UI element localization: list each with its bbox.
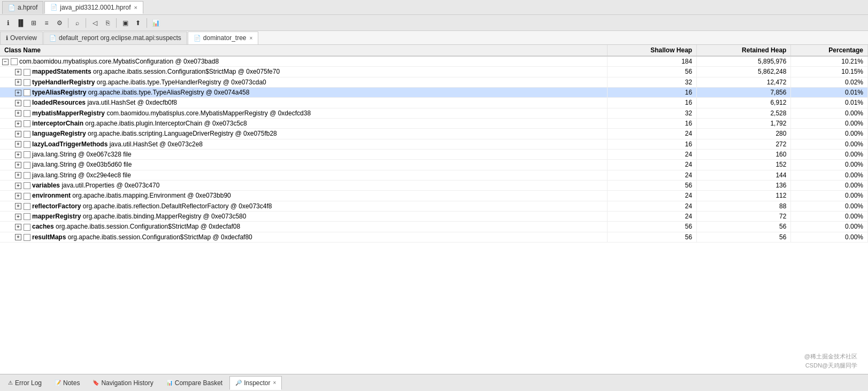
info-toolbar-btn[interactable]: ℹ (2, 17, 14, 29)
table-toolbar-btn[interactable]: ⊞ (28, 17, 40, 29)
watermark-line1: @稀土掘金技术社区 (804, 352, 857, 361)
expand-btn[interactable]: + (15, 79, 21, 85)
expand-btn[interactable]: + (15, 121, 21, 127)
file-icon (24, 79, 30, 86)
shallow-heap-cell: 56 (608, 180, 697, 190)
retained-heap-cell: 112 (697, 191, 791, 201)
class-name-bold: mappedStatements (32, 68, 91, 75)
bottom-tab-navhistory[interactable]: 🔖 Navigation History (87, 376, 159, 390)
copy-toolbar-btn[interactable]: ⎘ (102, 17, 113, 29)
file-tab-bar: 📄 a.hprof 📄 java_pid3312.0001.hprof × (0, 0, 868, 15)
percentage-cell: 0.00% (791, 160, 868, 170)
expand-btn[interactable]: + (15, 90, 21, 96)
class-name-rest: org.apache.ibatis.binding.MapperRegistry… (81, 213, 246, 220)
class-name-rest: java.util.HashSet @ 0xdecfb0f8 (86, 99, 177, 106)
bottom-tab-navhistory-icon: 🔖 (93, 380, 99, 386)
toolbar-sep-1 (68, 18, 68, 28)
shallow-heap-cell: 24 (608, 211, 697, 221)
bottom-tab-bar: ⚠ Error Log 📝 Notes 🔖 Navigation History… (0, 374, 868, 391)
save-toolbar-btn[interactable]: ▣ (119, 17, 131, 29)
expand-btn[interactable]: + (15, 193, 21, 199)
bottom-tab-compare-label: Compare Basket (175, 379, 222, 387)
file-icon (24, 234, 30, 241)
percentage-cell: 0.00% (791, 170, 868, 180)
expand-btn[interactable]: + (15, 162, 21, 168)
class-name-rest: org.apache.ibatis.reflection.DefaultRefl… (81, 202, 272, 210)
shallow-heap-cell: 24 (608, 191, 697, 201)
chart-toolbar-btn[interactable]: 📊 (150, 17, 162, 29)
expand-btn[interactable]: + (15, 234, 21, 240)
view-tab-default-report[interactable]: 📄 default_report org.eclipse.mat.api:sus… (43, 32, 187, 44)
percentage-cell: 0.00% (791, 222, 868, 232)
shallow-heap-cell: 24 (608, 201, 697, 211)
percentage-cell: 0.00% (791, 232, 868, 242)
bottom-tab-compare[interactable]: 📊 Compare Basket (160, 376, 228, 390)
col-header-retained: Retained Heap (697, 45, 791, 56)
view-tab-dominator-label: dominator_tree (203, 34, 247, 42)
table-row: +typeHandlerRegistry org.apache.ibatis.t… (0, 77, 868, 87)
percentage-cell: 0.00% (791, 211, 868, 221)
view-tab-dominator-close[interactable]: × (250, 35, 253, 41)
table-row: −com.baomidou.mybatisplus.core.MybatisCo… (0, 56, 868, 67)
expand-btn[interactable]: + (15, 141, 21, 147)
table-row: +java.lang.String @ 0xe067c328 file24160… (0, 149, 868, 159)
file-icon (24, 141, 30, 148)
list-toolbar-btn[interactable]: ≡ (41, 17, 52, 29)
search-toolbar-btn[interactable]: ⌕ (71, 17, 83, 29)
percentage-cell: 0.00% (791, 180, 868, 190)
expand-btn[interactable]: + (15, 172, 21, 178)
class-name-bold: variables (32, 182, 60, 189)
bottom-tab-inspector-icon: 🔎 (235, 380, 242, 386)
class-name-bold: resultMaps (32, 233, 66, 241)
expand-btn[interactable]: + (15, 224, 21, 230)
bar-chart-toolbar-btn[interactable]: ▐▌ (15, 17, 27, 29)
col-header-shallow: Shallow Heap (608, 45, 697, 56)
expand-btn[interactable]: + (15, 100, 21, 106)
file-icon (24, 69, 30, 76)
bottom-tab-errorlog[interactable]: ⚠ Error Log (2, 376, 48, 390)
table-row: +mybatisMapperRegistry com.baomidou.myba… (0, 108, 868, 118)
view-tab-dominator-tree[interactable]: 📄 dominator_tree × (188, 32, 259, 44)
file-icon (24, 213, 30, 220)
table-row: +variables java.util.Properties @ 0xe073… (0, 180, 868, 190)
view-tab-report-icon: 📄 (49, 35, 57, 42)
nav-toolbar-btn[interactable]: ◁ (89, 17, 101, 29)
class-name-bold: reflectorFactory (32, 202, 81, 210)
bottom-tab-inspector-close[interactable]: × (273, 380, 276, 386)
dominator-table: Class Name Shallow Heap Retained Heap Pe… (0, 45, 868, 243)
toolbar-sep-3 (116, 18, 117, 28)
gear-toolbar-btn[interactable]: ⚙ (53, 17, 65, 29)
expand-btn[interactable]: − (2, 59, 9, 65)
export-toolbar-btn[interactable]: ⬆ (132, 17, 144, 29)
table-row: +languageRegistry org.apache.ibatis.scri… (0, 129, 868, 139)
file-tab-java[interactable]: 📄 java_pid3312.0001.hprof × (44, 1, 143, 14)
retained-heap-cell: 272 (697, 139, 791, 149)
bottom-tab-navhistory-label: Navigation History (101, 379, 153, 387)
class-name-rest: org.apache.ibatis.mapping.Environment @ … (71, 192, 231, 199)
expand-btn[interactable]: + (15, 152, 21, 158)
expand-btn[interactable]: + (15, 203, 21, 209)
expand-btn[interactable]: + (15, 183, 21, 189)
file-tab-a[interactable]: 📄 a.hprof (2, 1, 43, 14)
expand-btn[interactable]: + (15, 131, 21, 137)
shallow-heap-cell: 184 (608, 56, 697, 67)
retained-heap-cell: 136 (697, 180, 791, 190)
file-tab-a-label: a.hprof (18, 4, 37, 11)
class-name-rest: org.apache.ibatis.scripting.LanguageDriv… (86, 130, 277, 137)
retained-heap-cell: 1,792 (697, 118, 791, 128)
view-tab-overview[interactable]: ℹ Overview (0, 32, 43, 44)
class-name: java.lang.String @ 0xe03b5d60 file (32, 161, 132, 168)
file-tab-java-close[interactable]: × (134, 4, 137, 11)
shallow-heap-cell: 16 (608, 139, 697, 149)
expand-btn[interactable]: + (15, 214, 21, 220)
expand-btn[interactable]: + (15, 69, 21, 75)
bottom-tab-inspector[interactable]: 🔎 Inspector × (229, 376, 282, 390)
shallow-heap-cell: 24 (608, 129, 697, 139)
view-tab-dominator-icon: 📄 (194, 35, 201, 42)
bottom-tab-notes[interactable]: 📝 Notes (49, 376, 86, 390)
table-row: +typeAliasRegistry org.apache.ibatis.typ… (0, 87, 868, 97)
retained-heap-cell: 12,472 (697, 77, 791, 87)
percentage-cell: 0.00% (791, 191, 868, 201)
expand-btn[interactable]: + (15, 110, 21, 116)
class-name-bold: lazyLoadTriggerMethods (32, 140, 107, 148)
